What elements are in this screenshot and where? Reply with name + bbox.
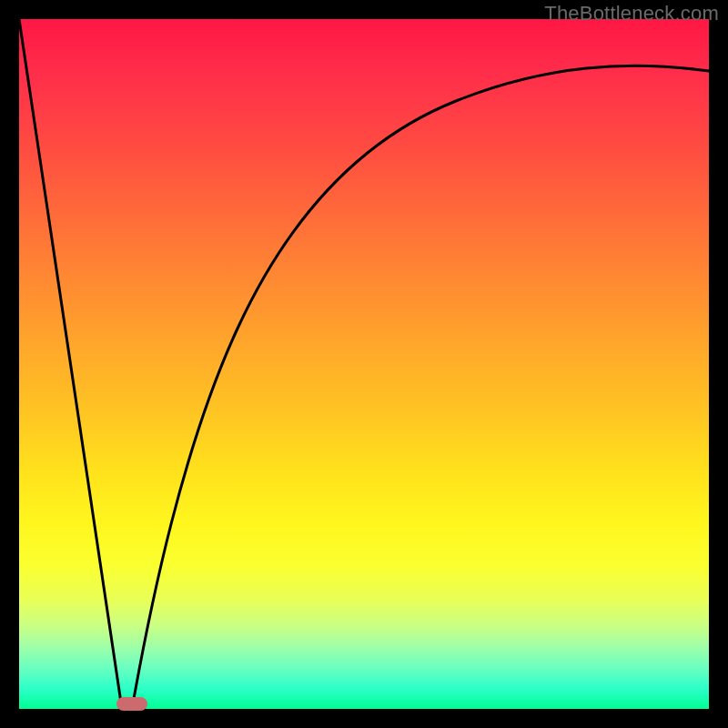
bottleneck-curves xyxy=(19,19,709,709)
attribution-watermark: TheBottleneck.com xyxy=(544,2,719,25)
curve-right xyxy=(132,66,709,709)
chart-frame: TheBottleneck.com xyxy=(0,0,728,728)
plot-area xyxy=(19,19,709,709)
curve-left xyxy=(19,19,122,709)
optimal-range-marker xyxy=(116,697,147,711)
